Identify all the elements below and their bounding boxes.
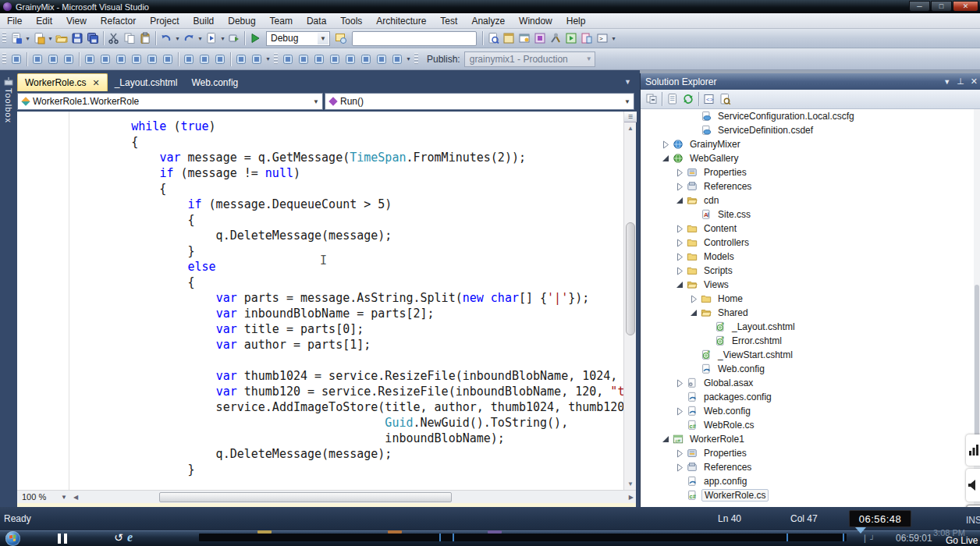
menu-help[interactable]: Help (559, 14, 593, 28)
solution-configuration-combo[interactable]: Debug▼ (266, 31, 330, 46)
toolbar-overflow-icon[interactable]: ▾ (405, 52, 412, 66)
extension-manager-icon[interactable] (533, 31, 547, 45)
collapse-all-icon[interactable] (644, 92, 659, 106)
pause-icon[interactable] (55, 533, 70, 544)
balloon-prev-icon[interactable] (296, 52, 311, 66)
balloon-next-icon[interactable] (312, 52, 326, 66)
tree-expand-icon[interactable] (687, 293, 700, 304)
format-1-icon[interactable] (182, 52, 196, 66)
dropdown-chevron-icon[interactable]: ▾ (24, 31, 31, 45)
tree-item-properties[interactable]: Properties (641, 446, 975, 460)
tree-item-views[interactable]: Views (641, 278, 975, 292)
tree-collapse-icon[interactable] (659, 153, 672, 164)
tree-expand-icon[interactable] (673, 251, 686, 262)
add-page-icon[interactable] (359, 52, 373, 66)
tree-item-shared[interactable]: Shared (641, 306, 975, 320)
tree-item-workerrole-cs[interactable]: c#WorkerRole.cs (641, 488, 975, 502)
menu-window[interactable]: Window (512, 14, 559, 28)
timeline-marker[interactable] (843, 534, 844, 541)
menu-analyze[interactable]: Analyze (464, 14, 512, 28)
web-browse-icon[interactable] (334, 31, 348, 45)
editor-horizontal-scrollbar[interactable]: 100 % ▼ ◀ ▶ (17, 490, 636, 503)
toolbox-tab[interactable]: Toolbox (0, 73, 17, 507)
db-form-icon[interactable] (130, 52, 144, 66)
tab-_layout-cshtml[interactable]: _Layout.cshtml (108, 73, 185, 91)
menu-file[interactable]: File (0, 14, 29, 28)
open-folder-icon[interactable] (55, 31, 69, 45)
new-item-icon[interactable] (9, 31, 23, 45)
menu-data[interactable]: Data (300, 14, 333, 28)
tree-expand-icon[interactable] (673, 223, 686, 234)
new-window-icon[interactable] (517, 31, 531, 45)
overlay-speaker-button[interactable] (966, 469, 980, 502)
tree-item-references[interactable]: References (641, 460, 975, 474)
video-timeline[interactable] (199, 534, 847, 541)
step-into-icon[interactable] (30, 52, 44, 66)
toolbar-grip[interactable] (2, 32, 6, 44)
save-icon[interactable] (70, 31, 84, 45)
scroll-up-arrow[interactable]: ▲ (624, 122, 637, 134)
editor-zoom-combo[interactable]: 100 % (17, 491, 61, 503)
publish-target-combo[interactable]: grainymix1 - Production▼ (464, 51, 595, 67)
split-window-handle[interactable]: ☰ (624, 112, 637, 122)
dropdown-chevron-icon[interactable]: ▾ (47, 31, 54, 45)
tree-expand-icon[interactable] (673, 181, 686, 192)
tree-expand-icon[interactable] (673, 265, 686, 276)
overlay-chart-button[interactable] (966, 434, 980, 466)
db-list-icon[interactable] (114, 52, 128, 66)
tree-collapse-icon[interactable] (673, 279, 686, 290)
go-live-button[interactable]: Go Live (946, 535, 978, 546)
menu-edit[interactable]: Edit (29, 14, 59, 28)
close-button[interactable]: ✕ (953, 1, 978, 12)
search-input[interactable] (352, 31, 477, 46)
step-out-icon[interactable] (62, 52, 76, 66)
dropdown-chevron-icon[interactable]: ▾ (610, 31, 617, 45)
tree-expand-icon[interactable] (673, 237, 686, 248)
copy-icon[interactable] (123, 31, 137, 45)
menu-tools[interactable]: Tools (333, 14, 369, 28)
panel-close-icon[interactable]: ✕ (971, 76, 978, 87)
type-combo[interactable]: WorkerRole1.WorkerRole▼ (17, 93, 323, 110)
db-lock-icon[interactable] (161, 52, 175, 66)
toolbar-overflow-icon[interactable]: ▾ (265, 52, 272, 66)
tree-item-serviceconfiguration-local-cscfg[interactable]: ServiceConfiguration.Local.cscfg (641, 109, 975, 123)
navigate-to-icon[interactable] (204, 31, 218, 45)
scroll-right-arrow[interactable]: ▶ (629, 494, 634, 501)
tree-item-workerrole1[interactable]: c#WorkerRole1 (641, 432, 975, 446)
find-in-files-icon[interactable] (486, 31, 500, 45)
cut-icon[interactable] (107, 31, 121, 45)
timeline-marker[interactable] (453, 534, 454, 541)
nav-back-icon[interactable] (328, 52, 342, 66)
maximize-button[interactable]: □ (931, 1, 952, 12)
scroll-down-arrow[interactable]: ▼ (624, 478, 637, 490)
tree-item-_layout-cshtml[interactable]: #_Layout.cshtml (641, 320, 975, 334)
tree-collapse-icon[interactable] (659, 434, 672, 445)
tree-item-_viewstart-cshtml[interactable]: #_ViewStart.cshtml (641, 348, 975, 362)
menu-team[interactable]: Team (263, 14, 300, 28)
tree-item-content[interactable]: Content (641, 222, 975, 236)
solution-explorer-header[interactable]: Solution Explorer ▼ ⊥ ✕ (641, 73, 980, 90)
nav-forward-icon[interactable] (343, 52, 357, 66)
comment-icon[interactable] (234, 52, 248, 66)
code-editor[interactable]: while (true) { var message = q.GetMessag… (17, 112, 623, 490)
view-code-icon[interactable]: <> (702, 92, 716, 106)
menu-test[interactable]: Test (433, 14, 464, 28)
horizontal-scroll-thumb[interactable] (159, 492, 452, 502)
db-new-icon[interactable] (83, 52, 97, 66)
tree-item-controllers[interactable]: Controllers (641, 236, 975, 250)
document-list-chevron-icon[interactable]: ▼ (624, 78, 631, 86)
tree-item-global-asax[interactable]: Global.asax (641, 376, 975, 390)
tree-item-scripts[interactable]: Scripts (641, 264, 975, 278)
attach-icon[interactable] (227, 31, 241, 45)
tab-close-icon[interactable]: ✕ (92, 78, 99, 88)
uncomment-icon[interactable] (250, 52, 264, 66)
menu-view[interactable]: View (59, 14, 94, 28)
timeline-marker[interactable] (439, 534, 441, 541)
menu-debug[interactable]: Debug (221, 14, 262, 28)
pin-icon[interactable]: ⊥ (957, 76, 964, 87)
add-item-icon[interactable] (32, 31, 46, 45)
tree-expand-icon[interactable] (673, 378, 686, 388)
toolbar-grip[interactable] (274, 53, 278, 66)
scroll-left-arrow[interactable]: ◀ (73, 494, 78, 501)
tree-item-references[interactable]: References (641, 179, 975, 193)
